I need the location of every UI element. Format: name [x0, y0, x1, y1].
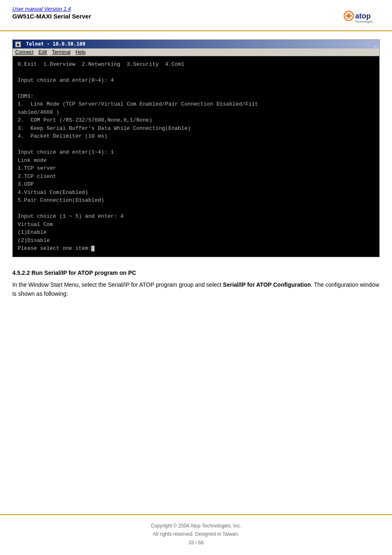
atop-logo: atop Technologies [343, 6, 380, 26]
telnet-minimize-button[interactable]: _ [374, 41, 377, 47]
page-header: User manual Version 1.4 GW51C-MAXI Seria… [0, 0, 392, 31]
footer-copyright: Copyright © 2004 Atop Technologies, Inc. [12, 522, 380, 530]
logo-container: atop Technologies [343, 6, 380, 26]
telnet-title-text: Telnet - 10.0.50.100 [26, 41, 85, 47]
manual-version-link[interactable]: User manual Version 1.4 [12, 6, 91, 12]
page-footer: Copyright © 2004 Atop Technologies, Inc.… [0, 514, 392, 555]
paragraph-bold: Serial/IP for ATOP Configuration [223, 281, 311, 288]
telnet-title-left: ■ Telnet - 10.0.50.100 [15, 41, 85, 47]
paragraph-start: In the Window Start Menu, select the Ser… [12, 281, 223, 288]
svg-text:Technologies: Technologies [355, 20, 373, 23]
telnet-body[interactable]: 0.Exit 1.Overview 2.Networking 3.Securit… [13, 56, 379, 257]
terminal-cursor [91, 246, 95, 251]
telnet-window: ■ Telnet - 10.0.50.100 _ Connect Edit Te… [12, 39, 380, 257]
footer-page-number: 33 / 68 [12, 539, 380, 547]
svg-text:atop: atop [355, 12, 371, 20]
section-heading: 4.5.2.2 Run Serial/IP for ATOP program o… [12, 269, 380, 276]
body-paragraph: In the Window Start Menu, select the Ser… [12, 280, 380, 299]
main-content: ■ Telnet - 10.0.50.100 _ Connect Edit Te… [0, 31, 392, 315]
telnet-output: 0.Exit 1.Overview 2.Networking 3.Securit… [18, 60, 374, 253]
product-title: GW51C-MAXI Serial Server [12, 13, 91, 20]
telnet-menu-bar: Connect Edit Terminal Help [13, 48, 379, 56]
menu-edit[interactable]: Edit [39, 49, 47, 55]
telnet-title-bar: ■ Telnet - 10.0.50.100 _ [13, 40, 379, 48]
telnet-icon: ■ [15, 41, 21, 47]
menu-connect[interactable]: Connect [15, 49, 34, 55]
menu-terminal[interactable]: Terminal [52, 49, 70, 55]
header-left: User manual Version 1.4 GW51C-MAXI Seria… [12, 6, 91, 20]
footer-rights: All rights reserved. Designed in Taiwan. [12, 530, 380, 538]
menu-help[interactable]: Help [76, 49, 86, 55]
